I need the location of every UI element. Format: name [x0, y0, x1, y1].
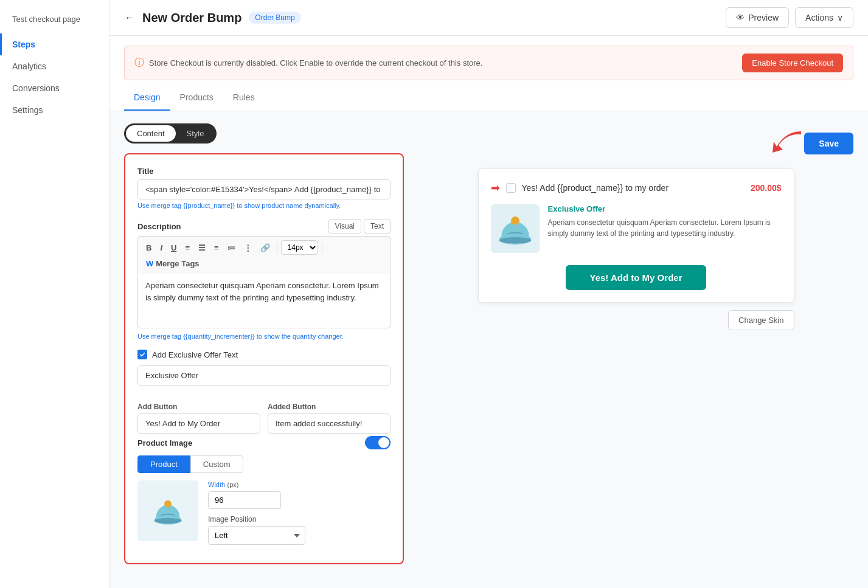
tab-products[interactable]: Products [170, 85, 223, 111]
align-center-button[interactable]: ☰ [195, 241, 209, 254]
svg-point-1 [164, 500, 172, 508]
merge-tags-button[interactable]: W Merge Tags [143, 257, 203, 270]
position-setting: Image Position Left Right Top [208, 515, 391, 545]
arrow-hint-icon [768, 128, 804, 159]
w-icon: W [146, 259, 153, 268]
product-image-svg [150, 493, 186, 529]
save-button[interactable]: Save [804, 133, 853, 154]
style-toggle-button[interactable]: Style [176, 125, 215, 142]
exclusive-offer-input[interactable] [137, 365, 391, 386]
image-settings: Width (px) Image Position Left Right [208, 480, 391, 551]
content-style-toggle: Content Style [124, 123, 217, 144]
sidebar-item-conversions[interactable]: Conversions [0, 77, 109, 99]
toolbar-divider [277, 243, 277, 252]
chevron-down-icon: ∨ [837, 13, 843, 22]
title-section: Title Use merge tag {{product_name}} to … [137, 167, 391, 209]
page-title: New Order Bump [142, 11, 241, 25]
description-label: Description [137, 222, 181, 231]
right-panel: Save ➡ Yes! Add {{product_name}} to my o… [418, 123, 853, 576]
page-header: ← New Order Bump Order Bump 👁 Preview Ac… [109, 0, 868, 36]
title-input[interactable] [137, 179, 391, 199]
form-card: Title Use merge tag {{product_name}} to … [124, 153, 404, 564]
header-actions: 👁 Preview Actions ∨ [726, 7, 853, 28]
svg-point-5 [499, 237, 531, 244]
change-skin-row: Change Skin [478, 310, 794, 330]
product-image-label: Product Image [137, 438, 192, 448]
exclusive-offer-label: Add Exclusive Offer Text [152, 350, 238, 359]
button-pair: Add Button Added Button [137, 403, 391, 434]
underline-button[interactable]: U [168, 241, 179, 254]
product-tab-button[interactable]: Product [137, 455, 190, 473]
sidebar-item-analytics[interactable]: Analytics [0, 55, 109, 77]
add-button-group: Add Button [137, 403, 260, 434]
sidebar-item-steps[interactable]: Steps [0, 33, 109, 55]
svg-point-4 [511, 216, 519, 225]
checkmark-icon [139, 351, 145, 358]
visual-button[interactable]: Visual [328, 219, 361, 233]
preview-title: Yes! Add {{product_name}} to my order [522, 183, 745, 193]
sidebar-item-settings[interactable]: Settings [0, 99, 109, 121]
ordered-list-button[interactable]: ⋮ [241, 241, 255, 254]
alert-text: ⓘ Store Checkout is currently disabled. … [134, 57, 482, 69]
visual-text-toggle: Visual Text [328, 219, 391, 233]
content-toggle-button[interactable]: Content [126, 125, 176, 142]
position-label: Image Position [208, 515, 391, 524]
change-skin-button[interactable]: Change Skin [728, 310, 794, 330]
exclusive-offer-checkbox[interactable] [137, 350, 147, 359]
cta-button[interactable]: Yes! Add to My Order [566, 265, 707, 290]
italic-button[interactable]: I [157, 241, 165, 254]
add-button-input[interactable] [137, 413, 260, 434]
svg-point-2 [155, 518, 182, 524]
preview-button[interactable]: 👁 Preview [726, 7, 789, 28]
preview-cta: Yes! Add to My Order [491, 265, 782, 290]
width-setting: Width (px) [208, 480, 391, 509]
width-label: Width (px) [208, 480, 391, 489]
preview-icon: 👁 [736, 13, 745, 22]
product-image-toggle[interactable] [365, 436, 391, 449]
text-button[interactable]: Text [364, 219, 391, 233]
add-button-label: Add Button [137, 403, 260, 411]
preview-description: Aperiam consectetur quisquam Aperiam con… [548, 217, 782, 239]
position-select[interactable]: Left Right Top [208, 526, 305, 545]
tab-rules[interactable]: Rules [223, 85, 265, 111]
sidebar: Test checkout page Steps Analytics Conve… [0, 0, 109, 588]
content-area: Content Style Title Use merge tag {{prod… [109, 111, 868, 588]
preview-offer-label: Exclusive Offer [548, 204, 782, 213]
product-image-preview [137, 480, 198, 541]
unordered-list-button[interactable]: ≔ [224, 241, 238, 254]
link-button[interactable]: 🔗 [257, 241, 273, 254]
product-image-header: Product Image [137, 436, 391, 449]
preview-arrow-icon: ➡ [491, 181, 500, 195]
main-content: ← New Order Bump Order Bump 👁 Preview Ac… [109, 0, 868, 588]
width-input[interactable] [208, 491, 281, 509]
custom-tab-button[interactable]: Custom [190, 455, 243, 473]
desc-hint: Use merge tag {{quantity_incrementer}} t… [137, 333, 391, 340]
description-textarea[interactable]: Aperiam consectetur quisquam Aperiam con… [137, 274, 391, 328]
back-button[interactable]: ← [124, 12, 135, 24]
sidebar-app-title: Test checkout page [0, 10, 109, 33]
tab-design[interactable]: Design [124, 85, 170, 111]
preview-hat-svg [494, 207, 536, 250]
align-right-button[interactable]: ≡ [211, 241, 222, 254]
font-size-select[interactable]: 14px 12px 16px 18px [281, 240, 318, 255]
preview-checkbox[interactable] [506, 183, 516, 193]
arrow-hint-container [768, 128, 804, 159]
preview-body: Exclusive Offer Aperiam consectetur quis… [491, 204, 782, 253]
align-left-button[interactable]: ≡ [182, 241, 193, 254]
actions-button[interactable]: Actions ∨ [795, 7, 853, 28]
added-button-label: Added Button [268, 403, 391, 411]
title-label: Title [137, 167, 391, 176]
bold-button[interactable]: B [143, 241, 155, 254]
alert-icon: ⓘ [134, 57, 144, 69]
description-toolbar: B I U ≡ ☰ ≡ ≔ ⋮ 🔗 14px 12 [137, 236, 391, 274]
added-button-group: Added Button [268, 403, 391, 434]
preview-product-image [491, 204, 540, 253]
enable-store-checkout-button[interactable]: Enable Store Checkout [742, 54, 843, 72]
title-hint: Use merge tag {{product_name}} to show p… [137, 202, 391, 209]
description-section: Description Visual Text B I U ≡ ☰ [137, 219, 391, 340]
order-bump-badge: Order Bump [249, 12, 300, 24]
alert-banner: ⓘ Store Checkout is currently disabled. … [124, 46, 853, 80]
added-button-input[interactable] [268, 413, 391, 434]
toolbar-divider-2 [322, 243, 322, 252]
image-type-toggle: Product Custom [137, 455, 391, 473]
